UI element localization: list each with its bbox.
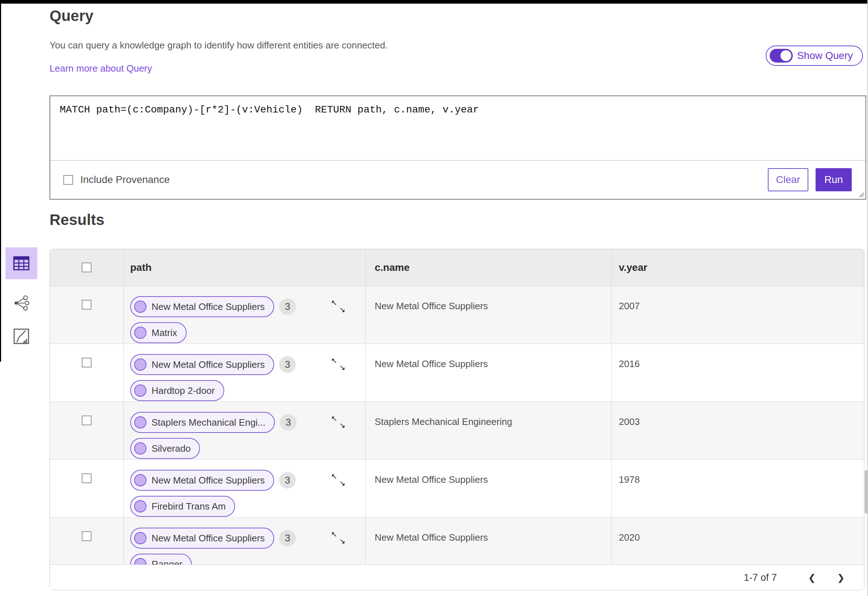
window-top-edge <box>0 0 868 4</box>
row-vyear-cell: 1978 <box>611 460 864 517</box>
header-cname-cell: c.name <box>366 249 611 286</box>
row-path-cell: New Metal Office Suppliers3Hardtop 2-doo… <box>124 344 366 401</box>
include-provenance-label: Include Provenance <box>80 174 170 186</box>
row-checkbox-cell <box>50 286 124 344</box>
column-header-c-name: c.name <box>375 262 410 273</box>
entity-pill[interactable]: New Metal Office Suppliers <box>130 470 274 491</box>
path-pills: New Metal Office Suppliers3Matrix <box>124 286 365 343</box>
map-view-icon <box>13 328 30 345</box>
header-path-cell: path <box>124 249 366 286</box>
row-checkbox[interactable] <box>82 474 92 483</box>
entity-pill[interactable]: Hardtop 2-door <box>130 380 224 401</box>
row-checkbox-cell <box>50 344 124 401</box>
path-count-badge: 3 <box>279 530 296 546</box>
query-editor-footer: Include Provenance Clear Run <box>50 161 865 199</box>
column-header-path: path <box>130 262 152 273</box>
row-cname-cell: Staplers Mechanical Engineering <box>366 402 611 459</box>
page-description: You can query a knowledge graph to ident… <box>50 40 388 51</box>
row-checkbox-cell <box>50 402 124 459</box>
page-scrollbar-thumb[interactable] <box>865 470 868 513</box>
toggle-on-icon[interactable] <box>770 49 793 63</box>
run-button[interactable]: Run <box>816 168 852 191</box>
results-table: path c.name v.year New Metal Office Supp… <box>50 249 864 590</box>
clear-button[interactable]: Clear <box>768 168 808 191</box>
entity-pill[interactable]: Silverado <box>130 438 200 459</box>
row-checkbox[interactable] <box>82 416 92 425</box>
expand-path-icon[interactable]: ↖↘ <box>331 473 345 487</box>
row-cname-cell: New Metal Office Suppliers <box>366 460 611 517</box>
learn-more-link[interactable]: Learn more about Query <box>50 63 152 74</box>
entity-node-icon <box>134 474 146 487</box>
row-cname-cell: New Metal Office Suppliers <box>366 286 611 344</box>
pagination-prev-button[interactable]: ❮ <box>804 570 820 586</box>
table-view-button[interactable] <box>6 247 37 279</box>
header-checkbox-cell <box>50 249 124 286</box>
entity-pill[interactable]: New Metal Office Suppliers <box>130 296 274 317</box>
cell-v-year: 1978 <box>619 474 640 485</box>
path-pills: Staplers Mechanical Engi...3Silverado <box>124 402 365 459</box>
column-header-v-year: v.year <box>619 262 647 273</box>
entity-pill[interactable]: Staplers Mechanical Engi... <box>130 412 275 433</box>
expand-path-icon[interactable]: ↖↘ <box>331 357 345 372</box>
entity-pill-label: Ranger <box>152 559 182 565</box>
results-view-switcher <box>5 247 38 348</box>
entity-pill[interactable]: Firebird Trans Am <box>130 496 235 517</box>
cell-c-name: New Metal Office Suppliers <box>375 358 488 370</box>
row-checkbox-cell <box>50 460 124 517</box>
entity-pill-label: Matrix <box>152 327 177 338</box>
expand-path-icon[interactable]: ↖↘ <box>331 531 345 545</box>
entity-node-icon <box>134 558 146 565</box>
expand-path-icon[interactable]: ↖↘ <box>331 299 345 314</box>
row-path-cell: New Metal Office Suppliers3Firebird Tran… <box>124 460 366 517</box>
results-title: Results <box>50 211 105 229</box>
show-query-toggle[interactable]: Show Query <box>766 46 863 66</box>
chevron-right-icon: ❯ <box>837 572 845 583</box>
select-all-checkbox[interactable] <box>82 263 92 272</box>
entity-pill-label: New Metal Office Suppliers <box>152 475 265 486</box>
entity-node-icon <box>134 442 146 454</box>
entity-pill[interactable]: New Metal Office Suppliers <box>130 354 274 375</box>
pagination-range-label: 1-7 of 7 <box>744 572 777 583</box>
entity-pill-label: New Metal Office Suppliers <box>152 533 265 544</box>
row-cname-cell: New Metal Office Suppliers <box>366 344 611 401</box>
path-pills: New Metal Office Suppliers3Firebird Tran… <box>124 460 365 517</box>
query-editor-panel: MATCH path=(c:Company)-[r*2]-(v:Vehicle)… <box>50 96 866 200</box>
map-view-button[interactable] <box>6 325 37 348</box>
table-row: New Metal Office Suppliers3Matrix ↖↘ New… <box>50 286 864 344</box>
entity-node-icon <box>134 384 146 397</box>
path-count-badge: 3 <box>279 356 296 373</box>
row-cname-cell: New Metal Office Suppliers <box>366 518 611 565</box>
table-row: Staplers Mechanical Engi...3Silverado ↖↘… <box>50 402 864 460</box>
chevron-left-icon: ❮ <box>808 572 816 583</box>
table-row: New Metal Office Suppliers3Ranger ↖↘ New… <box>50 518 864 565</box>
cell-c-name: New Metal Office Suppliers <box>375 474 488 485</box>
entity-pill-label: New Metal Office Suppliers <box>152 359 265 370</box>
table-row: New Metal Office Suppliers3Hardtop 2-doo… <box>50 344 864 402</box>
header-vyear-cell: v.year <box>611 249 864 286</box>
row-checkbox[interactable] <box>82 300 92 310</box>
entity-pill[interactable]: Matrix <box>130 322 187 343</box>
include-provenance-checkbox[interactable] <box>63 175 73 185</box>
entity-pill[interactable]: New Metal Office Suppliers <box>130 528 274 549</box>
row-vyear-cell: 2007 <box>611 286 864 344</box>
graph-view-button[interactable] <box>6 292 37 314</box>
page-title: Query <box>50 7 93 25</box>
cell-v-year: 2003 <box>619 416 640 428</box>
cell-v-year: 2016 <box>619 358 640 370</box>
row-vyear-cell: 2016 <box>611 344 864 401</box>
entity-pill[interactable]: Ranger <box>130 554 192 565</box>
row-checkbox[interactable] <box>82 531 92 541</box>
entity-pill-label: Firebird Trans Am <box>152 501 226 512</box>
row-checkbox[interactable] <box>82 358 92 367</box>
query-textarea[interactable]: MATCH path=(c:Company)-[r*2]-(v:Vehicle)… <box>50 96 865 161</box>
window-left-edge <box>0 0 1 361</box>
graph-view-icon <box>13 294 30 312</box>
expand-path-icon[interactable]: ↖↘ <box>331 415 345 429</box>
results-table-body: New Metal Office Suppliers3Matrix ↖↘ New… <box>50 286 864 565</box>
row-path-cell: New Metal Office Suppliers3Matrix ↖↘ <box>124 286 366 344</box>
path-pills: New Metal Office Suppliers3Ranger <box>124 518 365 565</box>
pagination-next-button[interactable]: ❯ <box>833 570 849 586</box>
entity-node-icon <box>134 327 146 339</box>
resize-handle-icon[interactable] <box>856 190 864 198</box>
results-table-footer: 1-7 of 7 ❮ ❯ <box>50 565 864 590</box>
